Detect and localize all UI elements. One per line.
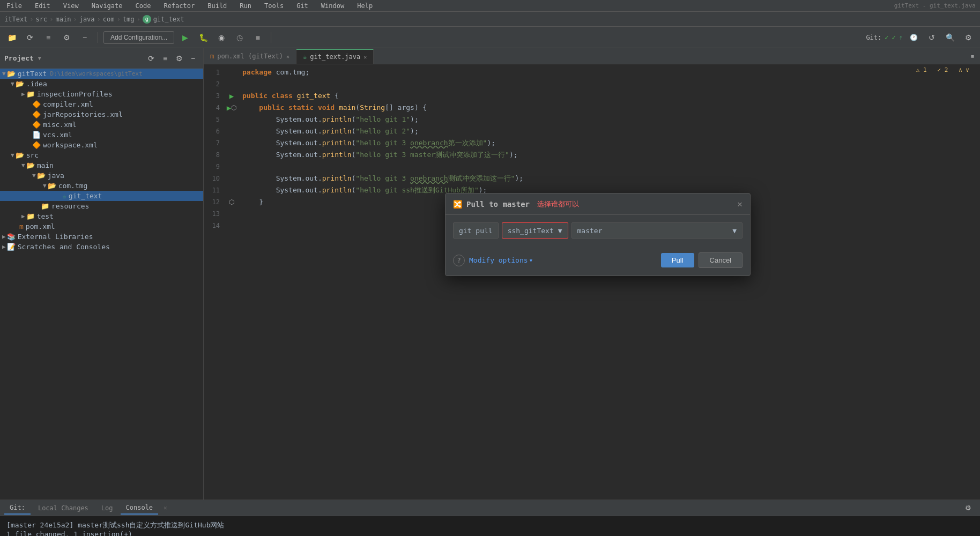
- dropdown-arrow[interactable]: ▼: [38, 55, 41, 61]
- git-history-btn[interactable]: 🕐: [906, 30, 921, 45]
- tab-pom[interactable]: m pom.xml (gitText) ✕: [204, 49, 296, 64]
- main-layout: Project ▼ ⟳ ≡ ⚙ − ▼ 📂 gitText D:\idea\wo…: [0, 48, 980, 500]
- tree-item-src[interactable]: ▼ 📂 src: [0, 150, 203, 160]
- tree-item-jar[interactable]: 🔶 jarRepositories.xml: [0, 109, 203, 120]
- menu-code[interactable]: Code: [133, 1, 153, 11]
- tree-item-scratches[interactable]: ▶ 📝 Scratches and Consoles: [0, 242, 203, 252]
- dialog-close-button[interactable]: ✕: [737, 199, 743, 209]
- breadcrumb-src[interactable]: src: [36, 16, 48, 23]
- tree-item-ext-libs[interactable]: ▶ 📚 External Libraries: [0, 232, 203, 242]
- tree-label-main: main: [37, 161, 54, 169]
- menu-tools[interactable]: Tools: [262, 1, 286, 11]
- modify-options-button[interactable]: Modify options ▾: [469, 256, 533, 264]
- settings-gear-btn[interactable]: ⚙: [961, 30, 976, 45]
- menu-run[interactable]: Run: [237, 1, 254, 11]
- tree-item-git-text[interactable]: ☕ git_text: [0, 191, 203, 201]
- tree-item-vcs[interactable]: 📄 vcs.xml: [0, 130, 203, 140]
- menu-build[interactable]: Build: [205, 1, 229, 11]
- bottom-tab-console[interactable]: Console: [121, 502, 159, 515]
- tab-java[interactable]: ☕ git_text.java ✕: [296, 49, 374, 64]
- breadcrumb-com[interactable]: com: [103, 16, 115, 23]
- collapse-btn[interactable]: ≡: [41, 30, 56, 45]
- dialog-body: git pull ssh_gitText ▼ master ▼: [446, 215, 750, 252]
- git-label: Git:: [866, 34, 881, 41]
- tree-item-java[interactable]: ▼ 📂 java: [0, 170, 203, 181]
- menu-navigate[interactable]: Navigate: [90, 1, 125, 11]
- tree-item-test[interactable]: ▶ 📁 test: [0, 211, 203, 221]
- coverage-btn[interactable]: ◉: [214, 30, 229, 45]
- git-push: ↑: [899, 34, 903, 41]
- dropdown-chevron: ▼: [558, 227, 562, 235]
- dialog-overlay: 🔀 Pull to master 选择谁都可以 ✕ git pull ssh_g…: [204, 64, 980, 500]
- sidebar-minus-btn[interactable]: −: [187, 53, 199, 64]
- menu-view[interactable]: View: [61, 1, 81, 11]
- menu-refactor[interactable]: Refactor: [161, 1, 197, 11]
- breadcrumb-project[interactable]: itText: [4, 16, 27, 23]
- pull-button[interactable]: Pull: [661, 253, 694, 267]
- git-revert-btn[interactable]: ↺: [924, 30, 939, 45]
- branch-input[interactable]: master ▼: [571, 222, 743, 239]
- src-icon: 📂: [16, 151, 24, 159]
- breadcrumb-file[interactable]: git_text: [153, 16, 184, 23]
- debug-btn[interactable]: 🐛: [196, 30, 211, 45]
- sync-btn[interactable]: ⟳: [23, 30, 38, 45]
- branch-dropdown: ▼: [732, 227, 737, 235]
- bottom-tab-log[interactable]: Log: [96, 502, 118, 514]
- settings-btn[interactable]: ⚙: [59, 30, 74, 45]
- tree-item-resources[interactable]: 📁 resources: [0, 201, 203, 211]
- dialog-title: Pull to master: [466, 200, 530, 209]
- tree-label-test: test: [37, 212, 54, 220]
- pull-dialog: 🔀 Pull to master 选择谁都可以 ✕ git pull ssh_g…: [445, 193, 751, 276]
- file-icon: g: [143, 15, 151, 24]
- bottom-tab-local-changes[interactable]: Local Changes: [33, 502, 94, 514]
- tab-java-label: git_text.java: [310, 53, 360, 61]
- remote-select[interactable]: ssh_gitText ▼: [502, 222, 568, 239]
- breadcrumb-java[interactable]: java: [79, 16, 95, 23]
- sidebar-title: Project: [4, 54, 34, 62]
- code-editor[interactable]: ⚠ 1 ✓ 2 ∧ ∨ 1 package com.tmg; 2 3 ▶ pub…: [204, 64, 980, 500]
- sidebar-collapse-btn[interactable]: ≡: [159, 53, 171, 64]
- menu-help[interactable]: Help: [355, 1, 375, 11]
- sidebar-sync-btn[interactable]: ⟳: [145, 53, 157, 64]
- tab-pom-close[interactable]: ✕: [286, 54, 289, 59]
- tab-java-close[interactable]: ✕: [363, 54, 367, 60]
- menu-window[interactable]: Window: [319, 1, 346, 11]
- bottom-tab-git[interactable]: Git:: [4, 502, 31, 515]
- tab-settings-btn[interactable]: ≡: [965, 49, 980, 64]
- sidebar-settings-btn[interactable]: ⚙: [173, 53, 185, 64]
- tree-item-root[interactable]: ▼ 📂 gitText D:\idea\workspaces\gitText: [0, 69, 203, 79]
- tree-item-misc[interactable]: 🔶 misc.xml: [0, 120, 203, 130]
- cancel-button[interactable]: Cancel: [699, 252, 743, 268]
- sidebar-header: Project ▼ ⟳ ≡ ⚙ −: [0, 48, 203, 69]
- tree-item-com-tmg[interactable]: ▼ 📂 com.tmg: [0, 181, 203, 191]
- separator: [98, 32, 98, 43]
- tree-label-ext-libs: External Libraries: [18, 233, 93, 241]
- menu-file[interactable]: File: [4, 1, 24, 11]
- menu-edit[interactable]: Edit: [33, 1, 53, 11]
- bottom-settings-btn[interactable]: ⚙: [961, 501, 976, 516]
- search-btn[interactable]: 🔍: [942, 30, 957, 45]
- menu-bar: File Edit View Navigate Code Refactor Bu…: [0, 0, 980, 12]
- project-icon[interactable]: 📁: [4, 30, 19, 45]
- breadcrumb-main[interactable]: main: [56, 16, 71, 23]
- menu-git[interactable]: Git: [294, 1, 310, 11]
- console-close[interactable]: ✕: [164, 504, 167, 511]
- xml-icon4: 🔶: [32, 141, 41, 149]
- tree-item-idea[interactable]: ▼ 📂 .idea: [0, 79, 203, 89]
- toolbar: 📁 ⟳ ≡ ⚙ − Add Configuration... ▶ 🐛 ◉ ◷ ■…: [0, 27, 980, 48]
- add-configuration-button[interactable]: Add Configuration...: [103, 31, 174, 44]
- tree-item-main[interactable]: ▼ 📂 main: [0, 160, 203, 170]
- help-button[interactable]: ?: [453, 255, 465, 266]
- tree-item-compiler[interactable]: 🔶 compiler.xml: [0, 99, 203, 109]
- breadcrumb-tmg[interactable]: tmg: [123, 16, 135, 23]
- run-btn[interactable]: ▶: [177, 30, 192, 45]
- stop-btn[interactable]: ■: [250, 30, 265, 45]
- tree-item-inspection[interactable]: ▶ 📁 inspectionProfiles: [0, 89, 203, 99]
- app-title: gitText - git_text.java: [894, 2, 976, 9]
- tree-item-workspace[interactable]: 🔶 workspace.xml: [0, 140, 203, 150]
- tree-label-compiler: compiler.xml: [43, 100, 93, 108]
- profile-btn[interactable]: ◷: [232, 30, 247, 45]
- git-command-field: git pull: [453, 222, 499, 239]
- tree-item-pom[interactable]: m pom.xml: [0, 221, 203, 232]
- minus-btn[interactable]: −: [77, 30, 92, 45]
